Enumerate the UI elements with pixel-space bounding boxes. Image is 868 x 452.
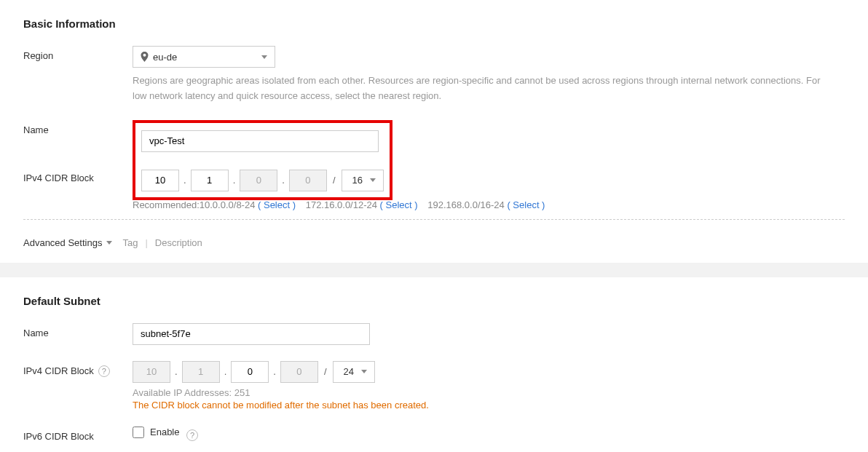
panel-gap bbox=[0, 263, 868, 277]
subnet-octet-4 bbox=[280, 361, 318, 383]
pipe-separator: | bbox=[145, 237, 147, 248]
vpc-name-input[interactable] bbox=[141, 130, 379, 152]
subnet-prefix-select[interactable]: 24 bbox=[333, 361, 375, 383]
cidr-prefix-value: 16 bbox=[352, 175, 363, 186]
vpc-cidr-inputs: . . . / 16 bbox=[141, 170, 384, 191]
help-icon[interactable]: ? bbox=[98, 365, 110, 377]
ipv6-enable-label: Enable bbox=[150, 427, 179, 437]
cidr-warning: The CIDR block cannot be modified after … bbox=[133, 400, 845, 411]
dot-separator: . bbox=[175, 366, 178, 377]
chevron-down-icon bbox=[370, 178, 376, 182]
subnet-cidr-row: IPv4 CIDR Block? . . . / 24 Available IP… bbox=[23, 361, 845, 411]
slash-separator: / bbox=[331, 175, 337, 186]
subnet-octet-1 bbox=[133, 361, 170, 383]
cidr-prefix-select[interactable]: 16 bbox=[342, 170, 384, 191]
divider bbox=[23, 219, 845, 220]
highlight-annotation: . . . / 16 bbox=[133, 120, 392, 200]
region-select[interactable]: eu-de bbox=[133, 46, 275, 68]
cidr-octet-2[interactable] bbox=[191, 170, 229, 191]
advanced-tag: Tag bbox=[122, 237, 138, 248]
select-cidr-1[interactable]: ( Select ) bbox=[258, 199, 296, 210]
ipv6-label: IPv6 CIDR Block bbox=[23, 427, 133, 442]
location-icon bbox=[141, 52, 149, 62]
advanced-description: Description bbox=[155, 237, 202, 248]
help-icon[interactable]: ? bbox=[186, 429, 198, 441]
recommended-cidrs: Recommended:10.0.0.0/8-24 ( Select ) 172… bbox=[133, 199, 845, 210]
recommended-range-1: 10.0.0.0/8-24 bbox=[200, 199, 256, 210]
recommended-range-2: 172.16.0.0/12-24 bbox=[306, 199, 377, 210]
dot-separator: . bbox=[224, 366, 227, 377]
region-help-text: Regions are geographic areas isolated fr… bbox=[133, 74, 832, 104]
cidr-octet-1[interactable] bbox=[141, 170, 179, 191]
subnet-cidr-inputs: . . . / 24 bbox=[133, 361, 845, 383]
advanced-settings-row: Advanced Settings Tag | Description bbox=[23, 237, 845, 248]
select-cidr-2[interactable]: ( Select ) bbox=[380, 199, 418, 210]
recommended-range-3: 192.168.0.0/16-24 bbox=[427, 199, 505, 210]
subnet-name-row: Name bbox=[23, 323, 845, 345]
dot-separator: . bbox=[233, 175, 236, 186]
ipv6-row: IPv6 CIDR Block Enable ? bbox=[23, 427, 845, 442]
chevron-down-icon bbox=[106, 241, 112, 245]
basic-info-heading: Basic Information bbox=[23, 17, 845, 30]
subnet-octet-3[interactable] bbox=[231, 361, 269, 383]
ipv6-enable-input[interactable] bbox=[133, 427, 144, 438]
vpc-name-label: Name bbox=[23, 120, 133, 135]
vpc-cidr-label: IPv4 CIDR Block bbox=[23, 168, 133, 183]
subnet-cidr-label: IPv4 CIDR Block? bbox=[23, 361, 133, 378]
select-cidr-3[interactable]: ( Select ) bbox=[507, 199, 545, 210]
region-row: Region eu-de Regions are geographic area… bbox=[23, 46, 845, 104]
available-ips: Available IP Addresses: 251 bbox=[133, 387, 845, 398]
default-subnet-panel: Default Subnet Name IPv4 CIDR Block? . .… bbox=[0, 277, 868, 452]
advanced-settings-label: Advanced Settings bbox=[23, 237, 102, 248]
recommended-label: Recommended: bbox=[133, 199, 200, 210]
chevron-down-icon bbox=[261, 55, 267, 59]
subnet-prefix-value: 24 bbox=[344, 366, 354, 377]
slash-separator: / bbox=[323, 366, 328, 377]
dot-separator: . bbox=[282, 175, 285, 186]
cidr-octet-4 bbox=[289, 170, 327, 191]
chevron-down-icon bbox=[361, 370, 367, 373]
cidr-octet-3 bbox=[240, 170, 277, 191]
dot-separator: . bbox=[184, 175, 186, 186]
recommended-row: Recommended:10.0.0.0/8-24 ( Select ) 172… bbox=[23, 194, 845, 210]
region-value: eu-de bbox=[153, 52, 177, 63]
dot-separator: . bbox=[273, 366, 276, 377]
ipv6-enable-checkbox[interactable]: Enable bbox=[133, 427, 179, 438]
subnet-name-input[interactable] bbox=[133, 323, 370, 345]
vpc-name-row: Name . . . / 16 bbox=[23, 120, 845, 200]
basic-info-panel: Basic Information Region eu-de Regions a… bbox=[0, 0, 868, 263]
advanced-settings-toggle[interactable]: Advanced Settings bbox=[23, 237, 112, 248]
region-label: Region bbox=[23, 46, 133, 61]
default-subnet-heading: Default Subnet bbox=[23, 295, 845, 307]
subnet-name-label: Name bbox=[23, 323, 133, 338]
subnet-octet-2 bbox=[182, 361, 220, 383]
